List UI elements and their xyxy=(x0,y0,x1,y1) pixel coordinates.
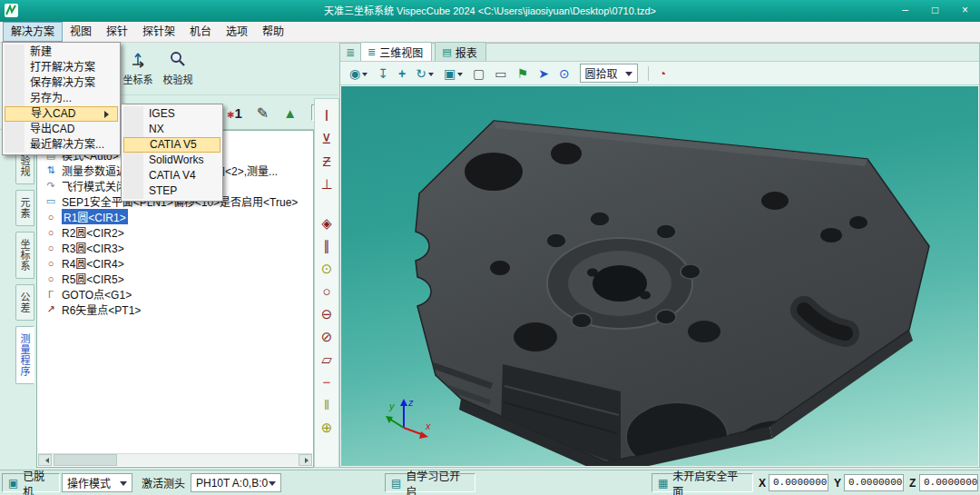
tree-row-selected[interactable]: ○R1圆<CIR1> xyxy=(44,209,312,224)
active-probe-dropdown[interactable]: PH10T A:0,B:0 xyxy=(191,473,281,492)
view-eye-icon[interactable]: ◉ xyxy=(349,66,368,81)
menu-bar: 解决方案 视图 探针 探针架 机台 选项 帮助 xyxy=(0,22,980,43)
close-button[interactable]: × xyxy=(954,3,976,19)
app-window: { "window": { "title": "天准三坐标系统 VispecCu… xyxy=(0,0,980,495)
view-panel: ≣ ≣ 三维视图 ▤ 报表 ◉ ↧ + ↻ ▣ ▢ ▭ ⚑ ➤ ⊙ 圆拾取 ◔ xyxy=(339,43,980,468)
tab-coordinate-system[interactable]: 坐标系 xyxy=(15,232,34,279)
axes-triad: z y x xyxy=(382,391,436,446)
cylinder-element-icon[interactable]: ⊕ xyxy=(321,416,333,439)
submenu-catia-v4[interactable]: CATIA V4 xyxy=(123,168,220,183)
tab-3d-view[interactable]: ≣ 三维视图 xyxy=(360,42,432,61)
maximize-button[interactable]: □ xyxy=(924,3,946,19)
scrollbar-thumb[interactable] xyxy=(54,454,117,466)
tree-row[interactable]: ↗R6矢量点<PT1> xyxy=(44,302,312,317)
tree-row[interactable]: ○R3圆<CIR3> xyxy=(44,240,312,255)
active-probe-label: 激活测头 xyxy=(142,473,185,492)
point-element-icon[interactable]: ◈ xyxy=(321,212,332,234)
submenu-iges[interactable]: IGES xyxy=(123,106,220,122)
ellipse-element-icon[interactable]: ○ xyxy=(322,280,330,302)
menu-recent-solutions[interactable]: 最近解决方案... xyxy=(5,137,118,153)
chevron-down-icon xyxy=(120,481,127,490)
submenu-catia-v5[interactable]: CATIA V5 xyxy=(123,137,220,153)
flag-icon[interactable]: ⚑ xyxy=(517,66,529,81)
gauge-check-button[interactable]: 校验规 xyxy=(160,46,196,86)
circle-icon: ○ xyxy=(44,227,57,238)
panel-menu-icon[interactable]: ≣ xyxy=(346,46,355,59)
parallel-element-icon[interactable]: ‖ xyxy=(324,393,329,416)
iso-view-icon[interactable]: ▣ xyxy=(444,66,463,81)
menu-options[interactable]: 选项 xyxy=(219,22,255,42)
angle-element-icon[interactable]: ⊻ xyxy=(322,127,332,150)
tree-horizontal-scrollbar[interactable] xyxy=(38,453,312,466)
cad-model xyxy=(377,114,976,466)
circle-icon: ○ xyxy=(44,273,57,284)
tab-report[interactable]: ▤ 报表 xyxy=(435,42,485,61)
menu-probe[interactable]: 探针 xyxy=(99,22,135,42)
safety-plane-status: ▦ 未开启安全平面 xyxy=(652,473,753,492)
toolbar-separator xyxy=(648,66,649,81)
scroll-right-icon[interactable] xyxy=(299,454,312,466)
submenu-solidworks[interactable]: SolidWorks xyxy=(123,153,220,168)
z-coordinate-value: 0.0000000 xyxy=(919,474,978,491)
safety-plane-icon: ▭ xyxy=(44,195,57,207)
tree-row[interactable]: ○R2圆<CIR2> xyxy=(44,224,312,240)
self-learn-status: ▤ 自学习已开启 xyxy=(385,473,475,492)
tab-elements[interactable]: 元素 xyxy=(15,190,34,226)
width-element-icon[interactable]: Ⅰ xyxy=(325,104,328,127)
plane-element-icon[interactable]: ▱ xyxy=(321,348,332,371)
line-element-icon[interactable]: ∥ xyxy=(323,234,330,257)
menu-save-as[interactable]: 另存为... xyxy=(5,91,118,106)
perpendicular-element-icon[interactable]: ⊥ xyxy=(320,173,332,195)
coordinate-system-button[interactable]: 坐标系 xyxy=(120,46,156,86)
submenu-step[interactable]: STEP xyxy=(123,183,220,199)
pen-icon[interactable]: ✎ xyxy=(257,104,269,122)
vector-point-icon: ↗ xyxy=(44,303,57,315)
menu-save-solution[interactable]: 保存解决方案 xyxy=(5,75,118,91)
circle-pick-dropdown[interactable]: 圆拾取 xyxy=(580,64,638,83)
circle-element-icon[interactable]: ⊙ xyxy=(321,257,333,280)
view-toolbar: ◉ ↧ + ↻ ▣ ▢ ▭ ⚑ ➤ ⊙ 圆拾取 ◔ xyxy=(340,62,979,85)
distance-element-icon[interactable]: Ƶ xyxy=(322,150,330,173)
select-box-icon[interactable]: ▢ xyxy=(473,66,485,81)
axis-z-label: z xyxy=(407,397,414,408)
tree-row[interactable]: ○R5圆<CIR5> xyxy=(44,271,312,286)
tab-measure-program[interactable]: 测量程序 xyxy=(15,326,34,384)
self-learn-icon: ▤ xyxy=(391,477,401,490)
fit-view-icon[interactable]: ▭ xyxy=(495,66,506,81)
circle-icon: ○ xyxy=(44,258,57,269)
pan-icon[interactable]: + xyxy=(398,66,406,81)
rotate-icon[interactable]: ↻ xyxy=(416,66,434,81)
minimize-button[interactable]: – xyxy=(894,3,916,19)
menu-export-cad[interactable]: 导出CAD xyxy=(5,122,118,137)
count-one-icon[interactable]: ✱1 xyxy=(227,105,242,121)
submenu-arrow-icon xyxy=(104,111,113,118)
menu-solution[interactable]: 解决方案 xyxy=(3,22,63,42)
axes-icon xyxy=(120,46,156,72)
scroll-left-icon[interactable] xyxy=(38,454,52,466)
cursor-pick-icon[interactable]: ➤ xyxy=(538,66,549,81)
dash-element-icon[interactable]: − xyxy=(323,371,331,393)
menu-new[interactable]: 新建 xyxy=(5,45,118,60)
sphere-element-icon[interactable]: ⊘ xyxy=(321,325,333,348)
operation-mode-dropdown[interactable]: 操作模式 xyxy=(62,473,132,492)
compass-icon[interactable]: ◔ xyxy=(659,66,666,81)
menu-import-cad[interactable]: 导入CAD xyxy=(5,106,118,122)
tab-tolerance[interactable]: 公差 xyxy=(15,284,34,321)
point-pick-icon[interactable]: ⊙ xyxy=(559,66,570,81)
probe-touch-icon[interactable]: ↧ xyxy=(377,66,388,81)
x-axis-label: X xyxy=(759,473,766,492)
menu-view[interactable]: 视图 xyxy=(63,22,99,42)
element-toolbar: Ⅰ ⊻ Ƶ ⊥ ◈ ∥ ⊙ ○ ⊖ ⊘ ▱ − ‖ ⊕ xyxy=(314,98,339,468)
viewport-3d[interactable]: z y x xyxy=(341,86,978,466)
menu-probe-rack[interactable]: 探针架 xyxy=(135,22,182,42)
menu-open-solution[interactable]: 打开解决方案 xyxy=(5,60,118,75)
safety-plane-icon: ▦ xyxy=(658,477,668,490)
menu-machine[interactable]: 机台 xyxy=(182,22,219,42)
status-bar: ▣ 已脱机 操作模式 激活测头 PH10T A:0,B:0 ▤ 自学习已开启 ▦… xyxy=(0,470,980,495)
tree-row[interactable]: ΓGOTO点<G1> xyxy=(44,286,312,302)
slot-element-icon[interactable]: ⊖ xyxy=(321,302,333,325)
menu-help[interactable]: 帮助 xyxy=(255,22,291,42)
submenu-nx[interactable]: NX xyxy=(123,122,220,137)
tree-row[interactable]: ○R4圆<CIR4> xyxy=(44,255,312,271)
tree-icon[interactable]: ▲ xyxy=(283,105,297,121)
